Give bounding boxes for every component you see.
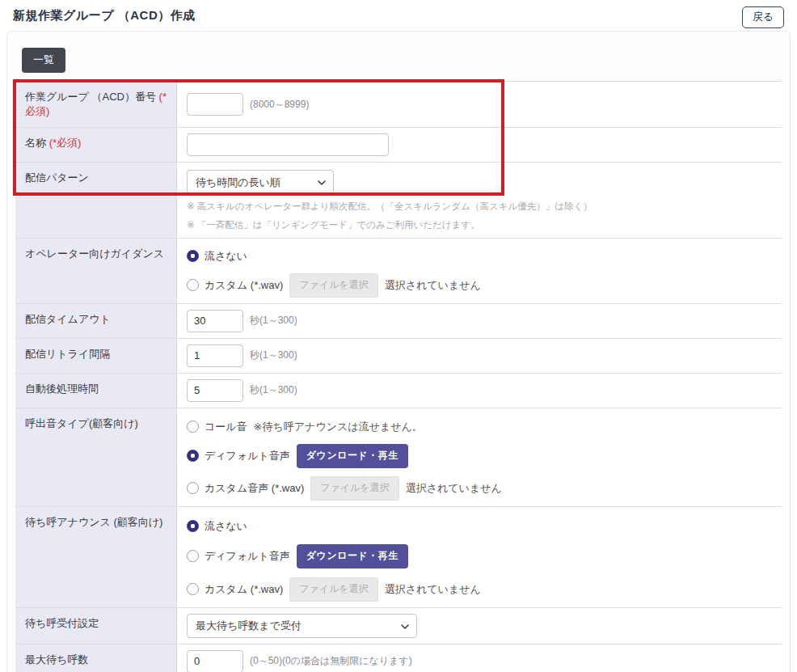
field-label: 配信リトライ間隔 xyxy=(15,339,177,373)
pattern-note-2: ※ 「一斉配信」は「リンギングモード」でのみご利用いただけます。 xyxy=(187,218,480,232)
name-input[interactable] xyxy=(187,133,389,156)
back-button[interactable]: 戻る xyxy=(742,6,784,28)
after-call-work-input[interactable] xyxy=(187,379,243,402)
form-row-name: 名称 (*必須) xyxy=(15,128,782,163)
form-card: 一覧 作業グループ （ACD）番号 (*必須) (8000～8999) 名称 (… xyxy=(6,31,791,672)
acd-number-hint: (8000～8999) xyxy=(250,98,309,112)
form-row-operator-guidance: オペレーター向けガイダンス 流さない カスタム (*.wav) ファイルを選択 … xyxy=(15,239,782,304)
field-label: オペレーター向けガイダンス xyxy=(15,239,177,303)
max-wait-hint: (0～50)(0の場合は無制限になります) xyxy=(250,654,412,668)
wait-announce-option-custom[interactable]: カスタム (*.wav) xyxy=(187,581,283,598)
form-row-delivery-pattern: 配信パターン 待ち時間の長い順 ※ 高スキルのオペレーター群より順次配信。（「全… xyxy=(15,163,782,239)
guidance-file-select-button[interactable]: ファイルを選択 xyxy=(289,273,377,298)
radio-input[interactable] xyxy=(187,421,199,433)
label-text: 名称 xyxy=(25,137,46,149)
field-label: 自動後処理時間 xyxy=(15,374,177,408)
radio-input[interactable] xyxy=(187,250,199,262)
ring-tone-file-select-button[interactable]: ファイルを選択 xyxy=(310,476,398,501)
radio-label: コール音 xyxy=(205,420,247,434)
radio-input[interactable] xyxy=(187,520,199,532)
wait-announce-file-status: 選択されていません xyxy=(385,582,481,597)
list-button[interactable]: 一覧 xyxy=(22,48,65,73)
field-label: 作業グループ （ACD）番号 (*必須) xyxy=(15,82,177,127)
top-bar: 新規作業グループ （ACD）作成 戻る xyxy=(0,0,797,29)
page-title: 新規作業グループ （ACD）作成 xyxy=(13,6,196,23)
form-row-delivery-retry: 配信リトライ間隔 秒(1～300) xyxy=(15,339,782,374)
delivery-retry-hint: 秒(1～300) xyxy=(250,349,297,362)
radio-label: ディフォルト音声 xyxy=(205,449,290,463)
acd-number-input[interactable] xyxy=(187,93,243,116)
radio-input[interactable] xyxy=(187,450,199,462)
radio-label: カスタム (*.wav) xyxy=(205,582,283,597)
wait-announce-option-default[interactable]: ディフォルト音声 xyxy=(187,547,290,565)
ring-tone-file-status: 選択されていません xyxy=(406,481,502,496)
field-label: 最大待ち呼数 xyxy=(15,645,177,672)
ring-tone-call-note: ※待ち呼アナウンスは流せません。 xyxy=(254,420,423,434)
radio-label: カスタム音声 (*.wav) xyxy=(205,481,304,496)
field-label: 待ち呼受付設定 xyxy=(15,608,177,644)
guidance-option-custom[interactable]: カスタム (*.wav) xyxy=(187,277,283,294)
after-call-work-hint: 秒(1～300) xyxy=(250,383,297,397)
acd-form-table: 作業グループ （ACD）番号 (*必須) (8000～8999) 名称 (*必須… xyxy=(15,81,782,672)
delivery-timeout-hint: 秒(1～300) xyxy=(250,314,297,328)
wait-accept-select[interactable]: 最大待ち呼数まで受付 xyxy=(187,614,417,638)
radio-label: 流さない xyxy=(205,249,247,264)
form-row-wait-announce: 待ち呼アナウンス (顧客向け) 流さない ディフォルト音声 ダウンロード・再生 xyxy=(15,507,782,608)
radio-label: ディフォルト音声 xyxy=(205,549,290,564)
radio-input[interactable] xyxy=(187,279,199,291)
max-wait-input[interactable] xyxy=(187,650,243,672)
ring-tone-option-call[interactable]: コール音 xyxy=(187,418,247,436)
guidance-option-none[interactable]: 流さない xyxy=(187,247,247,265)
delivery-timeout-input[interactable] xyxy=(187,310,243,332)
wait-announce-file-select-button[interactable]: ファイルを選択 xyxy=(289,577,377,602)
ring-tone-option-custom[interactable]: カスタム音声 (*.wav) xyxy=(187,480,304,497)
wait-announce-option-none[interactable]: 流さない xyxy=(187,518,247,535)
ring-tone-option-default[interactable]: ディフォルト音声 xyxy=(187,447,290,465)
required-marker: (*必須) xyxy=(49,137,82,149)
form-row-delivery-timeout: 配信タイムアウト 秒(1～300) xyxy=(15,304,782,339)
radio-label: カスタム (*.wav) xyxy=(205,278,283,293)
radio-input[interactable] xyxy=(187,583,199,595)
field-label: 配信タイムアウト xyxy=(15,304,177,338)
form-row-max-wait: 最大待ち呼数 (0～50)(0の場合は無制限になります) xyxy=(15,645,782,672)
delivery-pattern-select[interactable]: 待ち時間の長い順 xyxy=(187,170,334,194)
radio-label: 流さない xyxy=(205,519,247,534)
wait-announce-download-play-button[interactable]: ダウンロード・再生 xyxy=(297,544,408,568)
field-label: 呼出音タイプ(顧客向け) xyxy=(15,408,177,506)
field-label: 待ち呼アナウンス (顧客向け) xyxy=(15,507,177,607)
radio-input[interactable] xyxy=(187,550,199,562)
field-label: 配信パターン xyxy=(15,163,177,238)
label-text: 作業グループ （ACD）番号 xyxy=(25,91,156,103)
guidance-file-status: 選択されていません xyxy=(385,278,481,293)
form-row-wait-accept: 待ち呼受付設定 最大待ち呼数まで受付 xyxy=(15,608,782,645)
pattern-note-1: ※ 高スキルのオペレーター群より順次配信。（「全スキルランダム（高スキル優先）」… xyxy=(187,200,592,213)
field-label: 名称 (*必須) xyxy=(15,128,177,162)
form-row-acd-number: 作業グループ （ACD）番号 (*必須) (8000～8999) xyxy=(15,82,782,128)
form-row-after-call-work: 自動後処理時間 秒(1～300) xyxy=(15,374,782,408)
delivery-retry-input[interactable] xyxy=(187,344,243,367)
ring-tone-download-play-button[interactable]: ダウンロード・再生 xyxy=(297,444,408,468)
radio-input[interactable] xyxy=(187,482,199,494)
form-row-ring-tone: 呼出音タイプ(顧客向け) コール音 ※待ち呼アナウンスは流せません。 ディフォル… xyxy=(15,408,782,507)
